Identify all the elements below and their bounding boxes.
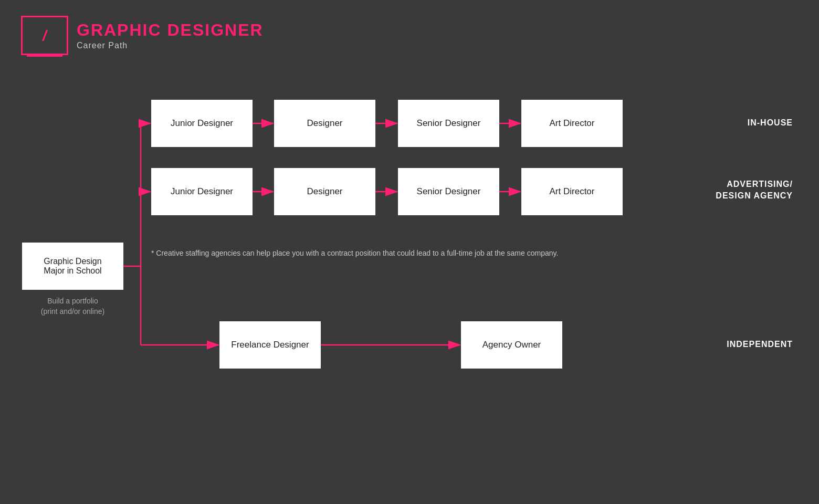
box-label: Designer bbox=[307, 118, 342, 129]
label-independent-text: INDEPENDENT bbox=[727, 340, 793, 349]
box-label: Art Director bbox=[550, 186, 595, 197]
box-label: Senior Designer bbox=[417, 186, 481, 197]
box-label: Agency Owner bbox=[482, 340, 541, 350]
box-independent-agencyowner: Agency Owner bbox=[461, 321, 562, 369]
box-inhouse-artdirector: Art Director bbox=[521, 100, 623, 147]
box-agency-artdirector: Art Director bbox=[521, 168, 623, 215]
logo-icon: / bbox=[43, 27, 47, 44]
note-text: * Creative staffing agencies can help pl… bbox=[151, 249, 558, 257]
label-agency-text: ADVERTISING/DESIGN AGENCY bbox=[716, 180, 793, 200]
title-group: GRAPHIC DESIGNER Career Path bbox=[77, 20, 264, 50]
box-agency-junior: Junior Designer bbox=[151, 168, 253, 215]
box-inhouse-designer: Designer bbox=[274, 100, 375, 147]
portfolio-label: Build a portfolio(print and/or online) bbox=[41, 297, 104, 316]
start-box: Graphic DesignMajor in School bbox=[22, 243, 123, 290]
page-header: / GRAPHIC DESIGNER Career Path bbox=[21, 16, 264, 55]
box-label: Senior Designer bbox=[417, 118, 481, 129]
note-content: * Creative staffing agencies can help pl… bbox=[151, 249, 558, 257]
box-inhouse-junior: Junior Designer bbox=[151, 100, 253, 147]
label-inhouse-text: IN-HOUSE bbox=[748, 118, 793, 127]
box-inhouse-senior: Senior Designer bbox=[398, 100, 499, 147]
start-box-label: Graphic DesignMajor in School bbox=[44, 257, 101, 276]
box-agency-designer: Designer bbox=[274, 168, 375, 215]
label-agency: ADVERTISING/DESIGN AGENCY bbox=[716, 178, 793, 202]
label-inhouse: IN-HOUSE bbox=[748, 118, 793, 128]
box-label: Designer bbox=[307, 186, 342, 197]
box-agency-senior: Senior Designer bbox=[398, 168, 499, 215]
box-label: Art Director bbox=[550, 118, 595, 129]
box-independent-freelance: Freelance Designer bbox=[219, 321, 321, 369]
box-label: Junior Designer bbox=[171, 186, 233, 197]
box-label: Freelance Designer bbox=[231, 340, 309, 350]
portfolio-text: Build a portfolio(print and/or online) bbox=[22, 296, 123, 317]
page-title: GRAPHIC DESIGNER bbox=[77, 20, 264, 40]
box-label: Junior Designer bbox=[171, 118, 233, 129]
page-subtitle: Career Path bbox=[77, 41, 264, 50]
logo-box: / bbox=[21, 16, 68, 55]
label-independent: INDEPENDENT bbox=[727, 340, 793, 349]
